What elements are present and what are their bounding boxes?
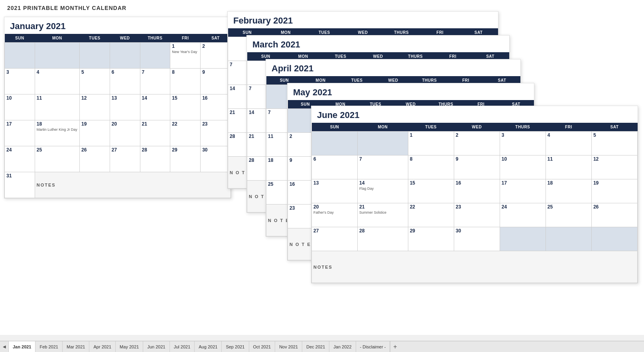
table-row: 16 bbox=[201, 94, 231, 120]
table-row: 7 bbox=[358, 155, 408, 179]
table-row: 5 bbox=[80, 69, 110, 94]
table-row: 28 bbox=[358, 227, 408, 251]
table-row bbox=[35, 43, 79, 69]
table-row: 13 bbox=[110, 94, 140, 120]
table-row: 8 bbox=[170, 69, 201, 94]
table-row: 11 bbox=[546, 155, 591, 179]
table-row: 24 bbox=[500, 203, 546, 227]
jan-col-mon: MON bbox=[35, 34, 79, 43]
jun-col-wed: WED bbox=[454, 123, 500, 132]
tab-apr-2021[interactable]: Apr 2021 bbox=[89, 341, 116, 352]
table-row: 6 bbox=[312, 155, 358, 179]
table-row: 12 bbox=[80, 94, 110, 120]
table-row: 9 bbox=[454, 155, 500, 179]
table-row: 13 bbox=[312, 179, 358, 203]
table-row: 25 bbox=[546, 203, 591, 227]
feb-month-title: February 2021 bbox=[228, 12, 498, 28]
table-row: 18 bbox=[546, 179, 591, 203]
table-row: 30 bbox=[454, 227, 500, 251]
tab-oct-2021[interactable]: Oct 2021 bbox=[249, 341, 276, 352]
table-row: 20Father's Day bbox=[312, 203, 358, 227]
table-row: 18Martin Luther King Jr Day bbox=[35, 120, 79, 146]
jun-month-title: June 2021 bbox=[311, 106, 638, 123]
tab-jun-2021[interactable]: Jun 2021 bbox=[143, 341, 169, 352]
table-row bbox=[5, 43, 35, 69]
table-row: 2 bbox=[454, 132, 500, 155]
table-row: 19 bbox=[591, 179, 637, 203]
table-row: 17 bbox=[500, 179, 546, 203]
table-row: 22 bbox=[170, 120, 201, 146]
tab-jan-2022[interactable]: Jan 2022 bbox=[329, 341, 356, 352]
table-row bbox=[500, 227, 546, 251]
table-row bbox=[358, 132, 408, 155]
table-row: 25 bbox=[35, 146, 79, 172]
table-row: 22 bbox=[408, 203, 454, 227]
jun-grid: SUN MON TUES WED THURS FRI SAT 1 2 3 4 bbox=[311, 123, 638, 283]
tab-sep-2021[interactable]: Sep 2021 bbox=[222, 341, 249, 352]
table-row: 2 bbox=[201, 43, 231, 69]
jan-notes: NOTES bbox=[35, 172, 230, 198]
mar-month-title: March 2021 bbox=[247, 35, 509, 52]
tab-add-button[interactable]: + bbox=[390, 341, 400, 352]
table-row: 26 bbox=[591, 203, 637, 227]
jan-col-wed: WED bbox=[110, 34, 140, 43]
table-row: 23 bbox=[201, 120, 231, 146]
table-row: 4 bbox=[546, 132, 591, 155]
june-calendar: June 2021 SUN MON TUES WED THURS FRI SAT… bbox=[311, 106, 638, 283]
tab-disclaimer[interactable]: - Disclaimer - bbox=[356, 341, 390, 352]
tab-dec-2021[interactable]: Dec 2021 bbox=[302, 341, 329, 352]
table-row: 11 bbox=[35, 94, 79, 120]
table-row: 1New Year's Day bbox=[170, 43, 201, 69]
may-month-title: May 2021 bbox=[288, 83, 534, 100]
table-row bbox=[312, 132, 358, 155]
table-row bbox=[591, 227, 637, 251]
table-row: 17 bbox=[5, 120, 35, 146]
tab-nov-2021[interactable]: Nov 2021 bbox=[275, 341, 302, 352]
table-row: 28 bbox=[140, 146, 170, 172]
table-row: 7 bbox=[140, 69, 170, 94]
tab-aug-2021[interactable]: Aug 2021 bbox=[195, 341, 222, 352]
jan-col-sun: SUN bbox=[5, 34, 35, 43]
jun-col-sun: SUN bbox=[312, 123, 358, 132]
table-row: 3 bbox=[500, 132, 546, 155]
jun-notes: NOTES bbox=[312, 251, 638, 283]
jan-month-title: January 2021 bbox=[4, 17, 231, 34]
jan-col-thurs: THURS bbox=[140, 34, 170, 43]
table-row: 4 bbox=[35, 69, 79, 94]
table-row bbox=[140, 43, 170, 69]
table-row: 21 bbox=[140, 120, 170, 146]
table-row: 27 bbox=[110, 146, 140, 172]
tab-mar-2021[interactable]: Mar 2021 bbox=[63, 341, 89, 352]
main-area: 2021 PRINTABLE MONTHLY CALENDAR January … bbox=[0, 0, 644, 335]
table-row: 24 bbox=[5, 146, 35, 172]
table-row: 5 bbox=[591, 132, 637, 155]
table-row bbox=[546, 227, 591, 251]
jun-col-tues: TUES bbox=[408, 123, 454, 132]
tab-feb-2021[interactable]: Feb 2021 bbox=[35, 341, 62, 352]
table-row: 27 bbox=[312, 227, 358, 251]
apr-month-title: April 2021 bbox=[266, 59, 520, 76]
table-row: 23 bbox=[454, 203, 500, 227]
jan-col-fri: FRI bbox=[170, 34, 201, 43]
jun-col-sat: SAT bbox=[591, 123, 637, 132]
table-row: 3 bbox=[5, 69, 35, 94]
tab-arrow-left[interactable]: ◀ bbox=[0, 341, 9, 352]
table-row: 21Summer Solstice bbox=[358, 203, 408, 227]
table-row: 16 bbox=[454, 179, 500, 203]
table-row: 6 bbox=[110, 69, 140, 94]
table-row: 10 bbox=[5, 94, 35, 120]
jun-col-fri: FRI bbox=[546, 123, 591, 132]
table-row: 14Flag Day bbox=[358, 179, 408, 203]
table-row: 15 bbox=[170, 94, 201, 120]
tab-jul-2021[interactable]: Jul 2021 bbox=[170, 341, 195, 352]
table-row: 30 bbox=[201, 146, 231, 172]
tab-jan-2021[interactable]: Jan 2021 bbox=[9, 341, 35, 352]
table-row: 29 bbox=[170, 146, 201, 172]
tab-may-2021[interactable]: May 2021 bbox=[116, 341, 143, 352]
table-row: 20 bbox=[110, 120, 140, 146]
table-row: 9 bbox=[201, 69, 231, 94]
jan-col-tues: TUES bbox=[80, 34, 110, 43]
table-row: 29 bbox=[408, 227, 454, 251]
table-row bbox=[110, 43, 140, 69]
jun-col-thurs: THURS bbox=[500, 123, 546, 132]
